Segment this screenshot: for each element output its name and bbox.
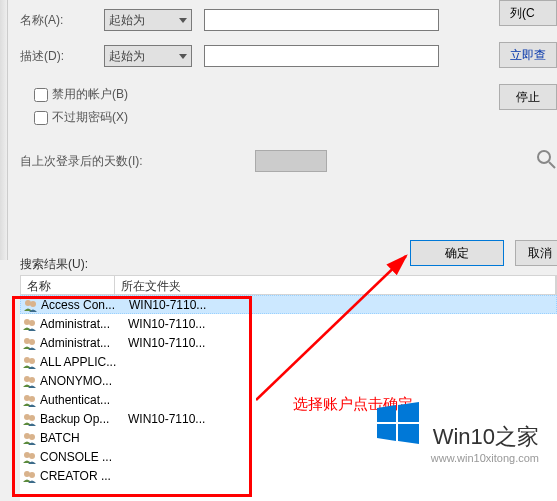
magnifier-icon xyxy=(535,148,557,170)
name-label: 名称(A): xyxy=(20,12,104,29)
list-item[interactable]: ANONYMO... xyxy=(20,371,557,390)
col-name-header[interactable]: 名称 xyxy=(21,276,115,294)
col-folder-header[interactable]: 所在文件夹 xyxy=(115,276,556,294)
desc-match-combo[interactable]: 起始为 xyxy=(104,45,192,67)
noexpire-password-checkbox[interactable]: 不过期密码(X) xyxy=(34,109,490,126)
group-icon xyxy=(22,355,38,369)
ok-button[interactable]: 确定 xyxy=(410,240,504,266)
svg-point-14 xyxy=(24,414,30,420)
watermark-logo: Win10之家 www.win10xitong.com xyxy=(375,400,539,464)
group-icon xyxy=(22,412,38,426)
list-item[interactable]: Access Con...WIN10-7110... xyxy=(20,295,557,314)
list-item[interactable]: ALL APPLIC... xyxy=(20,352,557,371)
cancel-button[interactable]: 取消 xyxy=(515,240,557,266)
find-now-button[interactable]: 立即查 xyxy=(499,42,557,68)
group-icon xyxy=(22,431,38,445)
logo-text: Win10之家 xyxy=(431,422,539,452)
days-label: 自上次登录后的天数(I): xyxy=(20,153,143,170)
group-icon xyxy=(22,317,38,331)
results-header: 名称 所在文件夹 xyxy=(20,275,557,295)
cell-name: Administrat... xyxy=(40,336,128,350)
right-button-column: 列(C 立即查 停止 xyxy=(499,0,557,126)
cell-folder: WIN10-7110... xyxy=(129,298,556,312)
svg-point-19 xyxy=(29,453,35,459)
name-match-combo[interactable]: 起始为 xyxy=(104,9,192,31)
cell-folder: WIN10-7110... xyxy=(128,336,557,350)
disabled-accounts-checkbox[interactable]: 禁用的帐户(B) xyxy=(34,86,490,103)
svg-point-4 xyxy=(24,319,30,325)
svg-point-6 xyxy=(24,338,30,344)
results-label: 搜索结果(U): xyxy=(20,256,88,273)
svg-point-0 xyxy=(538,151,550,163)
svg-point-20 xyxy=(24,471,30,477)
cell-name: ALL APPLIC... xyxy=(40,355,128,369)
svg-point-12 xyxy=(24,395,30,401)
svg-marker-23 xyxy=(377,405,396,422)
group-icon xyxy=(22,469,38,483)
cell-name: CONSOLE ... xyxy=(40,450,128,464)
desc-label: 描述(D): xyxy=(20,48,104,65)
svg-marker-26 xyxy=(398,424,419,444)
left-edge xyxy=(0,0,8,260)
noexpire-password-input[interactable] xyxy=(34,111,48,125)
svg-marker-25 xyxy=(377,424,396,441)
svg-point-15 xyxy=(29,415,35,421)
windows-icon xyxy=(375,400,421,449)
cell-name: Backup Op... xyxy=(40,412,128,426)
svg-point-3 xyxy=(30,301,36,307)
svg-point-2 xyxy=(25,300,31,306)
svg-point-7 xyxy=(29,339,35,345)
svg-point-13 xyxy=(29,396,35,402)
search-form: 名称(A): 起始为 描述(D): 起始为 禁用的帐户(B) 不过期密码(X) … xyxy=(20,0,490,172)
svg-point-21 xyxy=(29,472,35,478)
group-icon xyxy=(22,336,38,350)
svg-point-17 xyxy=(29,434,35,440)
cell-name: Administrat... xyxy=(40,317,128,331)
cell-name: CREATOR ... xyxy=(40,469,128,483)
cell-name: Access Con... xyxy=(41,298,129,312)
group-icon xyxy=(22,393,38,407)
columns-button[interactable]: 列(C xyxy=(499,0,557,26)
svg-point-10 xyxy=(24,376,30,382)
cell-name: BATCH xyxy=(40,431,128,445)
results-list[interactable]: Access Con...WIN10-7110...Administrat...… xyxy=(20,295,557,501)
svg-line-1 xyxy=(549,162,555,168)
group-icon xyxy=(22,374,38,388)
cell-name: ANONYMO... xyxy=(40,374,128,388)
group-icon xyxy=(22,450,38,464)
days-input[interactable] xyxy=(255,150,327,172)
svg-point-9 xyxy=(29,358,35,364)
cell-folder: WIN10-7110... xyxy=(128,317,557,331)
list-item[interactable]: CREATOR ... xyxy=(20,466,557,485)
logo-url: www.win10xitong.com xyxy=(431,452,539,464)
svg-marker-24 xyxy=(398,402,419,422)
name-input[interactable] xyxy=(204,9,439,31)
cell-name: Authenticat... xyxy=(40,393,128,407)
disabled-accounts-input[interactable] xyxy=(34,88,48,102)
list-item[interactable]: Administrat...WIN10-7110... xyxy=(20,333,557,352)
stop-button[interactable]: 停止 xyxy=(499,84,557,110)
desc-input[interactable] xyxy=(204,45,439,67)
svg-point-11 xyxy=(29,377,35,383)
group-icon xyxy=(23,298,39,312)
svg-point-5 xyxy=(29,320,35,326)
list-item[interactable]: Administrat...WIN10-7110... xyxy=(20,314,557,333)
svg-point-8 xyxy=(24,357,30,363)
svg-point-18 xyxy=(24,452,30,458)
svg-point-16 xyxy=(24,433,30,439)
